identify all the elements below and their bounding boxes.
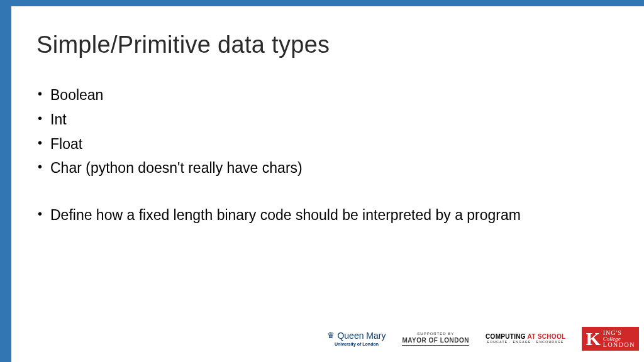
qmul-name: Queen Mary bbox=[337, 331, 386, 341]
cas-text-a: COMPUTING bbox=[486, 333, 528, 340]
mayor-supported: SUPPORTED BY bbox=[417, 332, 454, 336]
mayor-name: MAYOR OF LONDON bbox=[402, 337, 469, 344]
slide-border-left bbox=[0, 0, 11, 362]
slide-content: Simple/Primitive data types Boolean Int … bbox=[11, 6, 644, 362]
mayor-logo: SUPPORTED BY MAYOR OF LONDON bbox=[402, 332, 469, 346]
logo-strip: ♛ Queen Mary University of London SUPPOR… bbox=[327, 327, 639, 351]
cas-logo: COMPUTING AT SCHOOL EDUCATE · ENGAGE · E… bbox=[486, 333, 565, 344]
kcl-k: K bbox=[586, 329, 600, 348]
list-item: Int bbox=[36, 108, 606, 131]
slide-border-top bbox=[0, 0, 644, 6]
list-spacer bbox=[36, 181, 606, 204]
list-item: Boolean bbox=[36, 84, 606, 107]
qmul-logo: ♛ Queen Mary University of London bbox=[327, 331, 386, 346]
crown-icon: ♛ bbox=[327, 331, 335, 341]
bullet-list: Boolean Int Float Char (python doesn't r… bbox=[36, 84, 606, 180]
kcl-ings: ING'S bbox=[603, 330, 635, 336]
slide-title: Simple/Primitive data types bbox=[36, 31, 606, 58]
qmul-subtitle: University of London bbox=[335, 342, 379, 347]
cas-subtitle: EDUCATE · ENGAGE · ENCOURAGE bbox=[487, 341, 564, 344]
cas-text-b: AT SCHOOL bbox=[528, 333, 566, 340]
list-item: Char (python doesn't really have chars) bbox=[36, 156, 606, 180]
bullet-list-2: Define how a fixed length binary code sh… bbox=[36, 204, 606, 227]
list-item: Float bbox=[36, 133, 606, 156]
kcl-london: LONDON bbox=[603, 342, 635, 348]
list-item: Define how a fixed length binary code sh… bbox=[36, 204, 606, 227]
mayor-underline bbox=[402, 345, 469, 346]
kcl-logo: K ING'S College LONDON bbox=[582, 327, 639, 351]
